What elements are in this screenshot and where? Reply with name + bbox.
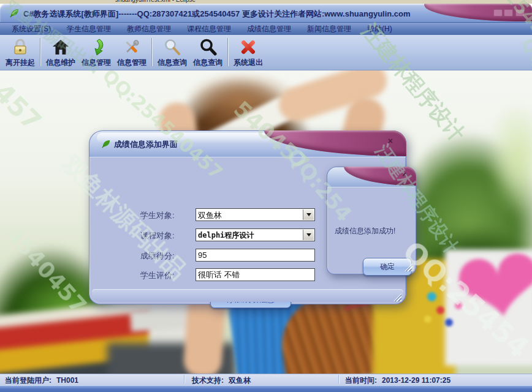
status-user-label: 当前登陆用户: [5, 376, 51, 385]
statusbar: 当前登陆用户:TH001 技术支持:双鱼林 当前时间:2013-12-29 11… [0, 374, 532, 385]
student-combobox-arrow[interactable] [303, 209, 314, 220]
status-support-value: 双鱼林 [229, 376, 251, 385]
photo-heart: ❤ [448, 229, 532, 348]
tools-icon [123, 38, 141, 56]
close-button[interactable] [515, 9, 525, 17]
toolbar-label: 信息查询 [193, 58, 222, 68]
toolbar-button-lock[interactable]: 离开挂起 [2, 37, 38, 68]
toolbar-button-query-1[interactable]: 信息查询 [154, 37, 190, 68]
statusbar-separator [184, 375, 185, 384]
messagebox-body: 成绩信息添加成功! 确定 [327, 187, 416, 274]
toolbar-separator [40, 38, 41, 66]
success-messagebox: × 成绩信息添加成功! 确定 [327, 167, 416, 274]
score-label: 成绩得分: [140, 251, 193, 262]
photo-dot-red [436, 306, 444, 314]
menu-item-system[interactable]: 系统设置(S) [4, 23, 59, 36]
messagebox-close-icon[interactable]: × [402, 170, 406, 179]
lock-icon [11, 38, 29, 56]
dialog-status-strip [92, 289, 403, 302]
toolbar: 离开挂起 信息维护 信息管理 [0, 35, 532, 70]
course-combobox-arrow[interactable] [303, 230, 314, 240]
status-support-label: 技术支持: [192, 376, 224, 385]
student-combobox-value: 双鱼林 [198, 210, 222, 221]
toolbar-button-manage-2[interactable]: 信息管理 [114, 37, 150, 68]
student-combobox[interactable]: 双鱼林 [196, 208, 315, 221]
leaf-icon [10, 8, 20, 18]
photo-dot-blue [445, 318, 453, 326]
toolbar-label: 离开挂起 [6, 58, 35, 68]
dialog-title: 成绩信息添加界面 [114, 139, 178, 150]
green-arrow-icon [87, 38, 105, 56]
window-bottom-strip [0, 385, 532, 392]
toolbar-separator [227, 38, 229, 66]
photo-trees-light [487, 101, 532, 217]
photo-dot-pink [455, 302, 462, 309]
app-title: C#教务选课系统[教师界面]-------QQ:287307421或254540… [23, 9, 411, 20]
minimize-button[interactable] [493, 9, 503, 17]
menu-item-news[interactable]: 新闻信息管理 [299, 23, 359, 36]
toolbar-label: 系统退出 [234, 58, 263, 68]
screen: shuangyulinTest.xml - Eclipse C#教务选课系统[教… [0, 0, 532, 392]
background-window-title: shuangyulinTest.xml - Eclipse [115, 0, 196, 3]
course-combobox[interactable]: delphi程序设计 [196, 228, 315, 241]
status-time: 当前时间:2013-12-29 11:07:25 [345, 375, 450, 386]
toolbar-button-maintain[interactable]: 信息维护 [43, 37, 78, 68]
status-user-value: TH001 [56, 376, 78, 385]
status-time-label: 当前时间: [345, 376, 377, 385]
course-label: 课程对象: [140, 230, 193, 241]
menu-item-score[interactable]: 成绩信息管理 [239, 23, 299, 36]
comment-input[interactable] [196, 268, 315, 281]
toolbar-button-query-2[interactable]: 信息查询 [190, 37, 226, 68]
comment-label: 学生评价: [140, 270, 193, 281]
titlebar-swoosh [424, 4, 532, 21]
menu-item-teacher[interactable]: 教师信息管理 [119, 23, 179, 36]
photo-dot-yellow [424, 315, 431, 323]
toolbar-label: 信息维护 [46, 58, 75, 68]
toolbar-button-exit[interactable]: 系统退出 [230, 37, 266, 68]
photo-dot-cyan [427, 292, 436, 301]
toolbar-separator [151, 38, 153, 66]
ok-button[interactable]: 确定 [363, 258, 412, 276]
home-icon [51, 38, 70, 56]
maximize-button[interactable] [504, 9, 513, 17]
score-input[interactable] [196, 249, 315, 262]
status-time-value: 2013-12-29 11:07:25 [382, 376, 450, 385]
menubar: 系统设置(S) 学生信息管理 教师信息管理 课程信息管理 成绩信息管理 新闻信息… [0, 22, 532, 35]
chevron-down-icon [306, 213, 311, 216]
menu-item-course[interactable]: 课程信息管理 [179, 23, 239, 36]
toolbar-label: 信息管理 [117, 58, 146, 68]
student-label: 学生对象: [140, 210, 193, 221]
exit-x-icon [239, 38, 257, 56]
messagebox-message: 成绩信息添加成功! [335, 226, 395, 236]
course-combobox-value: delphi程序设计 [198, 230, 254, 241]
toolbar-label: 信息管理 [82, 58, 111, 68]
app-titlebar[interactable]: C#教务选课系统[教师界面]-------QQ:287307421或254540… [0, 4, 532, 22]
status-support: 技术支持:双鱼林 [192, 375, 251, 386]
leaf-icon [102, 139, 111, 148]
menu-item-student[interactable]: 学生信息管理 [59, 23, 119, 36]
statusbar-separator [338, 375, 340, 384]
menu-item-help[interactable]: 帮助(H) [359, 23, 400, 36]
chevron-down-icon [306, 233, 311, 236]
magnifier-dark-icon [199, 38, 217, 56]
status-user: 当前登陆用户:TH001 [5, 375, 78, 386]
magnifier-light-icon [163, 38, 181, 56]
toolbar-button-manage-1[interactable]: 信息管理 [78, 37, 114, 68]
dialog-close-icon[interactable]: × [388, 136, 393, 146]
toolbar-label: 信息查询 [158, 58, 187, 68]
